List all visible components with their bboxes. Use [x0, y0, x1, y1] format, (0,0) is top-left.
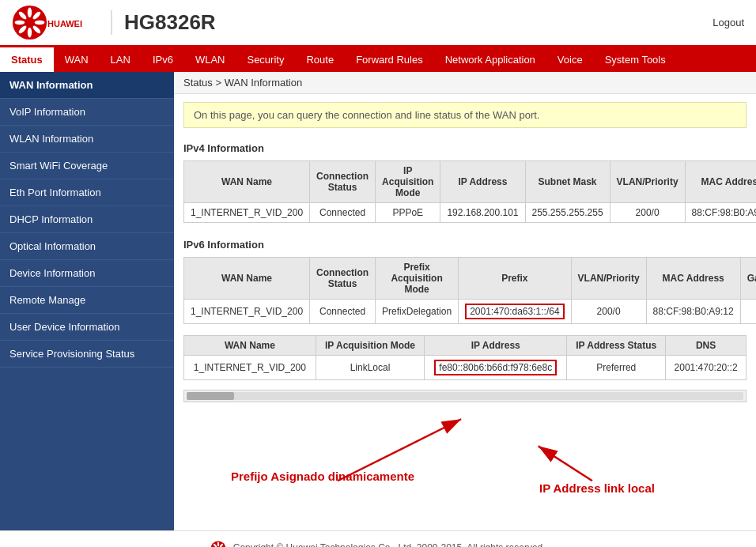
- header: HUAWEI HG8326R Logout: [0, 0, 756, 47]
- scrollbar-thumb: [187, 392, 234, 400]
- sidebar-item-dhcp-information[interactable]: DHCP Information: [0, 206, 174, 233]
- ipv6-t1-row1-vlan: 200/0: [571, 300, 646, 324]
- svg-point-1: [28, 8, 32, 18]
- ipv4-row1-wan-name: 1_INTERNET_R_VID_200: [184, 203, 310, 223]
- ipv6-table2: WAN Name IP Acquisition Mode IP Address …: [183, 335, 747, 380]
- annotation-label-prefijo: Prefijo Asignado dinamicamente: [231, 470, 414, 483]
- ipv6-t2-row1-wan-name: 1_INTERNET_R_VID_200: [184, 356, 316, 380]
- sidebar-item-wlan-information[interactable]: WLAN Information: [0, 126, 174, 153]
- sidebar-item-smart-wifi-coverage[interactable]: Smart WiFi Coverage: [0, 153, 174, 179]
- ipv4-table-wrapper: WAN Name Connection Status IP Acquisitio…: [174, 160, 756, 229]
- ipv6-t2-col-ip-address: IP Address: [425, 336, 567, 356]
- ipv4-table: WAN Name Connection Status IP Acquisitio…: [183, 160, 756, 223]
- footer-huawei-logo-icon: [210, 541, 226, 547]
- ipv6-t1-row1-gateway: --: [740, 300, 756, 324]
- sidebar-item-voip-information[interactable]: VoIP Information: [0, 99, 174, 126]
- nav-route[interactable]: Route: [295, 47, 345, 72]
- annotation-label-ip-link-local: IP Address link local: [539, 481, 655, 495]
- nav-ipv6[interactable]: IPv6: [142, 47, 184, 72]
- breadcrumb: Status > WAN Information: [174, 72, 756, 94]
- nav-forward-rules[interactable]: Forward Rules: [345, 47, 434, 72]
- sidebar-item-user-device-information[interactable]: User Device Information: [0, 314, 174, 341]
- table-row: 1_INTERNET_R_VID_200 Connected PPPoE 192…: [184, 203, 757, 223]
- ipv4-col-subnet-mask: Subnet Mask: [525, 161, 610, 203]
- model-name: HG8326R: [111, 10, 216, 35]
- ipv6-t2-col-ip-status: IP Address Status: [567, 336, 666, 356]
- table-row: 1_INTERNET_R_VID_200 Connected PrefixDel…: [184, 300, 757, 324]
- ip-address-highlight: fe80::80b6:b66d:f978:6e8c: [434, 360, 557, 375]
- huawei-brand-label: HUAWEI: [47, 19, 82, 28]
- svg-line-12: [539, 446, 592, 481]
- ipv4-col-ip-address: IP Address: [440, 161, 525, 203]
- nav-lan[interactable]: LAN: [100, 47, 142, 72]
- ipv6-t1-col-gateway: Gateway: [740, 258, 756, 300]
- nav-wlan[interactable]: WLAN: [184, 47, 236, 72]
- ipv6-t2-row1-dns: 2001:470:20::2: [666, 356, 747, 380]
- logo-area: HUAWEI: [0, 5, 103, 40]
- notice-text: On this page, you can query the connecti…: [183, 102, 747, 128]
- ipv4-col-vlan: VLAN/Priority: [610, 161, 685, 203]
- table-row: 1_INTERNET_R_VID_200 LinkLocal fe80::80b…: [184, 356, 747, 380]
- ipv6-t1-row1-conn-status: Connected: [310, 300, 376, 324]
- ipv6-t1-col-prefix: Prefix: [459, 258, 571, 300]
- logout-button[interactable]: Logout: [713, 17, 756, 28]
- scrollbar-track: [187, 392, 743, 400]
- ipv4-col-connection-status: Connection Status: [310, 161, 376, 203]
- nav-status[interactable]: Status: [0, 47, 54, 72]
- ipv6-t1-row1-prefix: 2001:470:da63:1::/64: [459, 300, 571, 324]
- nav-voice[interactable]: Voice: [546, 47, 594, 72]
- sidebar-item-remote-manage[interactable]: Remote Manage: [0, 287, 174, 314]
- ipv6-t2-row1-ip-status: Preferred: [567, 356, 666, 380]
- svg-point-3: [35, 21, 45, 25]
- ipv6-table1-wrapper: WAN Name Connection Status Prefix Acquis…: [174, 257, 756, 330]
- ipv6-t2-row1-ip-address: fe80::80b6:b66d:f978:6e8c: [425, 356, 567, 380]
- annotations-area: Prefijo Asignado dinamicamente IP Addres…: [183, 402, 747, 513]
- sidebar-item-device-information[interactable]: Device Information: [0, 260, 174, 287]
- ipv4-row1-ip-acq-mode: PPPoE: [376, 203, 440, 223]
- ipv6-t2-row1-ip-acq-mode: LinkLocal: [316, 356, 424, 380]
- ipv4-row1-ip-address: 192.168.200.101: [440, 203, 525, 223]
- content-area: Status > WAN Information On this page, y…: [174, 72, 756, 530]
- ipv4-row1-mac: 88:CF:98:B0:A9:12: [685, 203, 756, 223]
- sidebar: WAN Information VoIP Information WLAN In…: [0, 72, 174, 530]
- ipv6-table2-wrapper: WAN Name IP Acquisition Mode IP Address …: [174, 335, 756, 387]
- svg-point-14: [217, 542, 219, 547]
- ipv6-table1: WAN Name Connection Status Prefix Acquis…: [183, 257, 756, 324]
- ipv6-t1-col-conn-status: Connection Status: [310, 258, 376, 300]
- ipv4-row1-vlan: 200/0: [610, 203, 685, 223]
- footer: Copyright © Huawei Technologies Co., Ltd…: [0, 530, 756, 547]
- ipv6-t1-row1-prefix-acq: PrefixDelegation: [376, 300, 459, 324]
- sidebar-item-service-provisioning-status[interactable]: Service Provisioning Status: [0, 341, 174, 368]
- ipv6-t1-col-prefix-acq: Prefix Acquisition Mode: [376, 258, 459, 300]
- ipv6-t1-col-vlan: VLAN/Priority: [571, 258, 646, 300]
- ipv6-section-title: IPv6 Information: [174, 232, 756, 257]
- ipv6-t2-col-wan-name: WAN Name: [184, 336, 316, 356]
- ipv6-t1-row1-wan-name: 1_INTERNET_R_VID_200: [184, 300, 310, 324]
- svg-point-7: [15, 21, 25, 25]
- arrows-svg: [183, 402, 747, 513]
- ipv4-col-ip-acq-mode: IP Acquisition Mode: [376, 161, 440, 203]
- sidebar-item-optical-information[interactable]: Optical Information: [0, 233, 174, 260]
- footer-text: Copyright © Huawei Technologies Co., Ltd…: [233, 542, 546, 547]
- ipv6-t1-col-wan-name: WAN Name: [184, 258, 310, 300]
- nav-network-application[interactable]: Network Application: [434, 47, 546, 72]
- ipv6-t2-col-ip-acq-mode: IP Acquisition Mode: [316, 336, 424, 356]
- svg-point-5: [28, 28, 32, 38]
- nav-security[interactable]: Security: [236, 47, 295, 72]
- ipv4-row1-subnet-mask: 255.255.255.255: [525, 203, 610, 223]
- sidebar-item-eth-port-information[interactable]: Eth Port Information: [0, 179, 174, 206]
- ipv6-t1-col-mac: MAC Address: [646, 258, 740, 300]
- huawei-logo-icon: [12, 5, 47, 40]
- ipv6-t1-row1-mac: 88:CF:98:B0:A9:12: [646, 300, 740, 324]
- sidebar-item-wan-information[interactable]: WAN Information: [0, 72, 174, 99]
- prefix-highlight: 2001:470:da63:1::/64: [465, 304, 564, 319]
- ipv4-col-wan-name: WAN Name: [184, 161, 310, 203]
- ipv4-col-mac-address: MAC Address: [685, 161, 756, 203]
- main-nav: Status WAN LAN IPv6 WLAN Security Route …: [0, 47, 756, 72]
- nav-wan[interactable]: WAN: [54, 47, 100, 72]
- ipv6-t2-col-dns: DNS: [666, 336, 747, 356]
- ipv4-row1-conn-status: Connected: [310, 203, 376, 223]
- horizontal-scrollbar[interactable]: [183, 390, 747, 402]
- main-layout: WAN Information VoIP Information WLAN In…: [0, 72, 756, 530]
- nav-system-tools[interactable]: System Tools: [594, 47, 677, 72]
